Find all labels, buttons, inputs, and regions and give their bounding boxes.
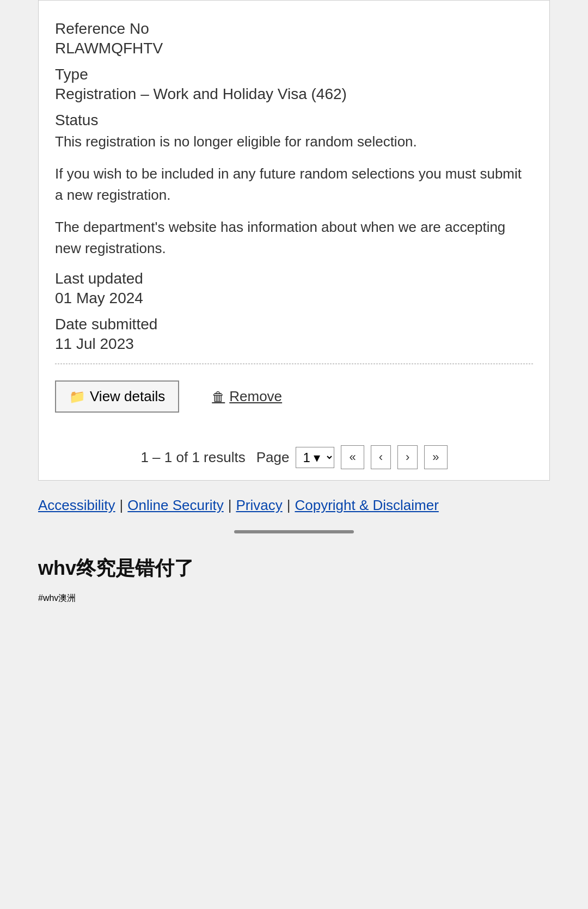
type-section: Type Registration – Work and Holiday Vis… xyxy=(55,66,533,103)
page-select[interactable]: 1 ▾ xyxy=(296,447,334,468)
online-security-link[interactable]: Online Security xyxy=(127,497,223,514)
main-card: Reference No RLAWMQFHTV Type Registratio… xyxy=(38,0,550,481)
reference-no-section: Reference No RLAWMQFHTV xyxy=(55,20,533,57)
date-submitted-value: 11 Jul 2023 xyxy=(55,335,533,353)
status-section: Status This registration is no longer el… xyxy=(55,112,533,259)
next-page-button[interactable]: › xyxy=(397,445,418,469)
prev-page-button[interactable]: ‹ xyxy=(371,445,391,469)
last-page-button[interactable]: » xyxy=(424,445,447,469)
last-updated-section: Last updated 01 May 2024 xyxy=(55,270,533,307)
separator-2: | xyxy=(228,497,232,514)
status-text-3: The department's website has information… xyxy=(55,217,533,259)
status-text-2: If you wish to be included in any future… xyxy=(55,163,533,206)
bottom-title: whv终究是错付了 xyxy=(38,555,550,582)
scroll-indicator xyxy=(0,525,588,539)
accessibility-link[interactable]: Accessibility xyxy=(38,497,115,514)
status-text-1: This registration is no longer eligible … xyxy=(55,131,533,152)
type-value: Registration – Work and Holiday Visa (46… xyxy=(55,85,533,103)
privacy-link[interactable]: Privacy xyxy=(236,497,282,514)
remove-button[interactable]: 🗑 Remove xyxy=(212,388,282,405)
pagination-info: 1 – 1 of 1 results xyxy=(140,449,245,466)
last-updated-value: 01 May 2024 xyxy=(55,290,533,307)
first-page-button[interactable]: « xyxy=(341,445,364,469)
footer-links: Accessibility | Online Security | Privac… xyxy=(0,481,588,525)
reference-no-value: RLAWMQFHTV xyxy=(55,40,533,57)
folder-icon: 📁 xyxy=(69,389,85,404)
date-submitted-label: Date submitted xyxy=(55,316,533,333)
scroll-bar xyxy=(234,530,354,533)
status-label: Status xyxy=(55,112,533,129)
copyright-link[interactable]: Copyright & Disclaimer xyxy=(295,497,438,514)
hashtag-row: #whv澳洲 xyxy=(38,593,550,604)
view-details-button[interactable]: 📁 View details xyxy=(55,380,179,413)
trash-icon: 🗑 xyxy=(212,389,225,404)
divider xyxy=(55,364,533,364)
type-label: Type xyxy=(55,66,533,83)
page-label: Page xyxy=(256,449,290,466)
reference-no-label: Reference No xyxy=(55,20,533,38)
pagination-row: 1 – 1 of 1 results Page 1 ▾ « ‹ › » xyxy=(39,429,549,480)
separator-3: | xyxy=(287,497,291,514)
separator-1: | xyxy=(120,497,124,514)
bottom-section: whv终究是错付了 #whv澳洲 xyxy=(0,539,588,909)
last-updated-label: Last updated xyxy=(55,270,533,287)
action-row: 📁 View details 🗑 Remove xyxy=(55,375,533,413)
date-submitted-section: Date submitted 11 Jul 2023 xyxy=(55,316,533,353)
